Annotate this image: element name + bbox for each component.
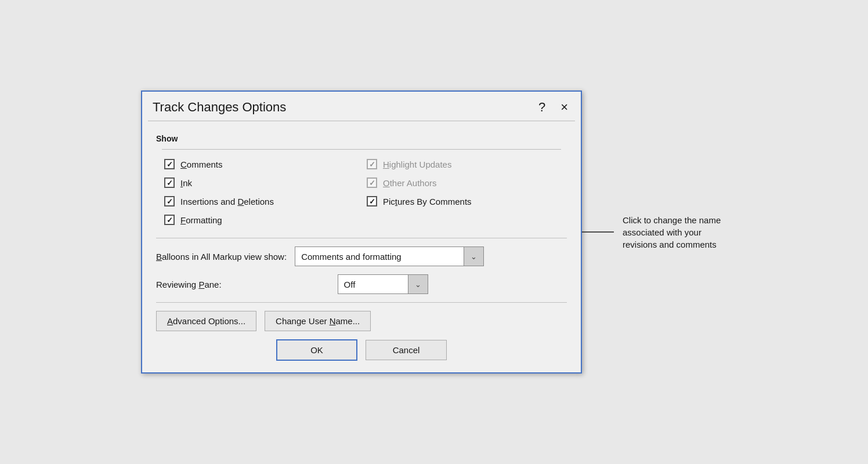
reviewing-pane-dropdown-value: Off [338, 277, 408, 292]
checkbox-highlight-updates-label: Highlight Updates [383, 160, 451, 169]
change-user-name-button[interactable]: Change User Name... [265, 311, 371, 331]
reviewing-pane-dropdown[interactable]: Off ⌄ [338, 274, 428, 294]
checkbox-highlight-updates-box[interactable] [367, 159, 377, 169]
checkbox-insertions-deletions-label: Insertions and Deletions [180, 197, 274, 206]
reviewing-pane-dropdown-arrow[interactable]: ⌄ [408, 275, 428, 293]
checkbox-other-authors-box[interactable] [367, 177, 377, 188]
reviewing-pane-label: Reviewing Pane: [156, 280, 222, 289]
ok-cancel-row: OK Cancel [156, 339, 567, 361]
balloons-label: Balloons in All Markup view show: [156, 252, 287, 262]
checkbox-pictures-by-comments-label: Pictures By Comments [383, 197, 472, 206]
balloons-dropdown[interactable]: Comments and formatting ⌄ [295, 246, 484, 266]
reviewing-pane-row: Reviewing Pane: Off ⌄ [156, 274, 567, 294]
checkbox-formatting-box[interactable] [164, 215, 175, 225]
cancel-button[interactable]: Cancel [366, 340, 447, 360]
checkbox-comments-label: Comments [180, 160, 223, 169]
checkbox-comments[interactable]: Comments [162, 155, 364, 173]
annotation-area: Click to change the name associated with… [582, 90, 727, 374]
dialog-wrapper: Track Changes Options ? × Show Comments [141, 90, 727, 374]
track-changes-dialog: Track Changes Options ? × Show Comments [141, 90, 582, 374]
advanced-options-label: Advanced Options... [167, 316, 245, 326]
section-divider-1 [156, 238, 567, 238]
checkbox-comments-box[interactable] [164, 159, 175, 169]
empty-cell [364, 211, 567, 229]
checkbox-pictures-by-comments-box[interactable] [367, 196, 377, 206]
checkbox-highlight-updates[interactable]: Highlight Updates [364, 155, 567, 173]
close-button[interactable]: × [558, 101, 570, 114]
ok-button[interactable]: OK [276, 339, 357, 361]
checkbox-ink[interactable]: Ink [162, 174, 364, 191]
dialog-body: Show Comments Highlight Updates Ink [142, 121, 581, 372]
balloons-row: Balloons in All Markup view show: Commen… [156, 246, 567, 266]
dialog-title: Track Changes Options [153, 100, 286, 115]
checkbox-insertions-deletions[interactable]: Insertions and Deletions [162, 193, 364, 210]
balloons-dropdown-value: Comments and formatting [295, 249, 464, 264]
checkbox-formatting[interactable]: Formatting [162, 211, 364, 229]
show-divider [162, 149, 561, 150]
title-bar: Track Changes Options ? × [142, 92, 581, 121]
show-section-label: Show [156, 134, 567, 143]
advanced-buttons-row: Advanced Options... Change User Name... [156, 311, 567, 331]
checkbox-other-authors-label: Other Authors [383, 178, 437, 188]
annotation-text: Click to change the name associated with… [617, 214, 727, 251]
checkbox-ink-label: Ink [180, 178, 192, 188]
advanced-options-button[interactable]: Advanced Options... [156, 311, 256, 331]
help-button[interactable]: ? [536, 101, 548, 114]
checkbox-insertions-deletions-box[interactable] [164, 196, 175, 206]
checkbox-ink-box[interactable] [164, 177, 175, 188]
title-buttons: ? × [536, 101, 570, 114]
change-user-name-label: Change User Name... [276, 316, 360, 326]
checkbox-pictures-by-comments[interactable]: Pictures By Comments [364, 193, 567, 210]
section-divider-2 [156, 302, 567, 303]
callout-arrow-svg [582, 209, 617, 255]
balloons-dropdown-arrow[interactable]: ⌄ [464, 247, 483, 266]
checkbox-formatting-label: Formatting [180, 215, 222, 225]
checkbox-other-authors[interactable]: Other Authors [364, 174, 567, 191]
checkbox-grid: Comments Highlight Updates Ink Other Aut… [162, 155, 567, 229]
